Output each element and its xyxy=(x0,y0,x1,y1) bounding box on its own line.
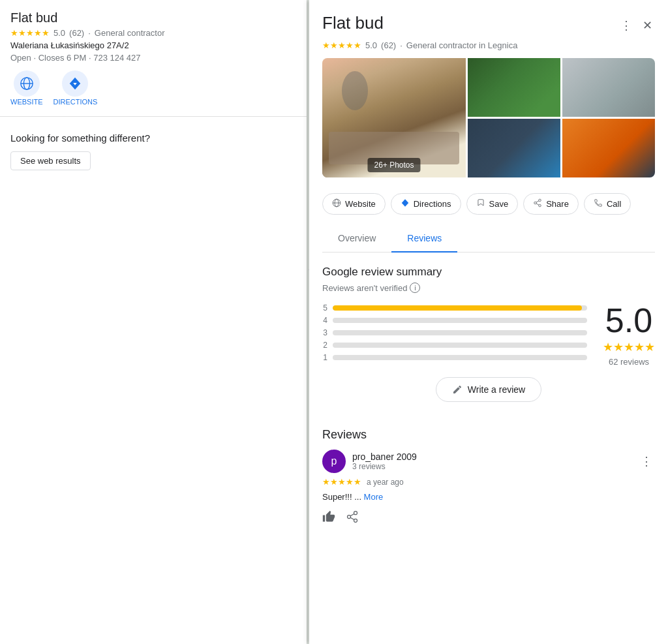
write-review-button[interactable]: Write a review xyxy=(436,377,541,402)
save-pill[interactable]: Save xyxy=(466,193,519,215)
see-web-results-button[interactable]: See web results xyxy=(10,151,91,170)
closing-time: Closes 6 PM xyxy=(38,53,87,63)
directions-icon-pill xyxy=(401,198,410,209)
review-text-content: Super!!! xyxy=(322,492,352,502)
business-card: Flat bud ★★★★★ 5.0 (62) · General contra… xyxy=(0,0,307,117)
category-left: General contractor xyxy=(95,28,165,38)
bar-track-5 xyxy=(333,305,587,311)
review-actions xyxy=(322,510,655,527)
action-buttons-left: WEBSITE DIRECTIONS xyxy=(10,70,296,106)
write-review-label: Write a review xyxy=(468,384,525,395)
reviewer-avatar: p xyxy=(322,450,346,473)
review-stars-row: ★★★★★ a year ago xyxy=(322,477,655,487)
review-summary-title: Google review summary xyxy=(322,266,655,279)
bar-track-2 xyxy=(333,343,587,348)
business-address: Waleriana Łukasińskiego 27A/2 xyxy=(10,40,296,50)
bar-row-3: 3 xyxy=(322,328,587,337)
tab-reviews-label: Reviews xyxy=(407,233,442,243)
photo-sm-1[interactable] xyxy=(468,58,560,117)
reviewer-header: p pro_baner 2009 3 reviews ⋮ xyxy=(322,450,655,473)
save-pill-label: Save xyxy=(489,199,509,209)
tab-overview[interactable]: Overview xyxy=(322,225,391,253)
looking-title: Looking for something different? xyxy=(10,132,296,144)
bar-label-1: 1 xyxy=(322,353,327,362)
photo-sm-2[interactable] xyxy=(562,58,655,117)
svg-point-8 xyxy=(539,204,541,207)
hours-dot: · xyxy=(33,53,38,63)
tabs: Overview Reviews xyxy=(322,225,655,253)
big-review-count: 62 reviews xyxy=(609,357,649,367)
directions-pill[interactable]: Directions xyxy=(391,193,461,215)
panel-header: Flat bud ⋮ ✕ xyxy=(309,0,668,40)
call-pill-label: Call xyxy=(607,199,621,209)
svg-point-11 xyxy=(354,511,357,514)
tab-overview-label: Overview xyxy=(338,233,376,243)
directions-button-left[interactable]: DIRECTIONS xyxy=(53,70,98,106)
website-pill[interactable]: Website xyxy=(322,193,386,215)
review-more-button[interactable]: ⋮ xyxy=(638,452,655,471)
svg-line-9 xyxy=(536,204,539,205)
photo-sm-3[interactable] xyxy=(468,119,560,177)
close-button[interactable]: ✕ xyxy=(640,16,655,35)
svg-line-14 xyxy=(350,517,354,519)
bar-track-3 xyxy=(333,330,587,335)
thumbs-up-button[interactable] xyxy=(322,510,335,527)
reviews-list-title: Reviews xyxy=(309,415,668,450)
reviews-section: Google review summary Reviews aren't ver… xyxy=(309,253,668,415)
review-more-link[interactable]: More xyxy=(364,492,384,502)
website-pill-label: Website xyxy=(345,199,376,209)
bar-track-4 xyxy=(333,318,587,323)
share-pill-label: Share xyxy=(546,199,569,209)
panel-subtitle: ★★★★★ 5.0 (62) · General contractor in L… xyxy=(309,40,668,58)
photo-main[interactable]: 26+ Photos xyxy=(322,58,466,177)
rating-left: 5.0 xyxy=(53,28,65,38)
looking-section: Looking for something different? See web… xyxy=(0,117,307,181)
phone: 723 124 427 xyxy=(93,53,140,63)
separator-left: · xyxy=(88,28,91,38)
not-verified-text: Reviews aren't verified xyxy=(322,283,407,293)
reviewer-review-count: 3 reviews xyxy=(352,462,417,471)
website-button-left[interactable]: WEBSITE xyxy=(10,70,43,106)
call-pill[interactable]: Call xyxy=(584,193,631,215)
stars-right: ★★★★★ xyxy=(322,40,361,50)
info-icon: i xyxy=(410,283,420,293)
bookmark-icon xyxy=(476,198,485,209)
business-hours: Open · Closes 6 PM · 723 124 427 xyxy=(10,53,296,63)
panel-title: Flat bud xyxy=(322,13,384,33)
rating-summary: 5.0 ★★★★★ 62 reviews xyxy=(603,303,655,367)
tab-reviews[interactable]: Reviews xyxy=(391,225,457,253)
rating-right: 5.0 xyxy=(365,40,377,50)
svg-point-6 xyxy=(539,199,541,202)
bar-row-2: 2 xyxy=(322,341,587,350)
thumbs-up-icon xyxy=(322,510,335,523)
share-review-icon xyxy=(346,510,359,523)
big-stars: ★★★★★ xyxy=(603,340,655,354)
directions-label-left: DIRECTIONS xyxy=(53,98,98,106)
phone-icon xyxy=(594,198,603,209)
photos-grid[interactable]: 26+ Photos xyxy=(322,58,655,177)
svg-point-12 xyxy=(348,515,351,518)
share-pill[interactable]: Share xyxy=(523,193,579,215)
review-text: Super!!! ... More xyxy=(322,491,655,504)
directions-pill-label: Directions xyxy=(414,199,451,209)
status-open: Open xyxy=(10,53,31,63)
share-review-button[interactable] xyxy=(346,510,359,527)
photos-badge: 26+ Photos xyxy=(367,158,420,172)
business-name: Flat bud xyxy=(10,10,296,25)
avatar-letter: p xyxy=(331,455,337,467)
more-options-button[interactable]: ⋮ xyxy=(618,16,635,35)
bar-fill-5 xyxy=(333,305,582,311)
svg-point-7 xyxy=(534,202,537,204)
review-count-right: (62) xyxy=(381,40,396,50)
write-review-container: Write a review xyxy=(322,367,655,402)
dot-separator: · xyxy=(400,40,402,50)
reviewer-details: pro_baner 2009 3 reviews xyxy=(352,452,417,471)
right-panel: Flat bud ⋮ ✕ ★★★★★ 5.0 (62) · General co… xyxy=(309,0,668,644)
review-ellipsis: ... xyxy=(354,492,363,502)
reviewer-info: p pro_baner 2009 3 reviews xyxy=(322,450,417,473)
review-stars: ★★★★★ xyxy=(322,477,361,487)
review-count-left: (62) xyxy=(69,28,84,38)
bar-row-1: 1 xyxy=(322,353,587,362)
photo-sm-4[interactable] xyxy=(562,119,655,177)
rating-bars: 5 4 3 2 xyxy=(322,303,587,365)
